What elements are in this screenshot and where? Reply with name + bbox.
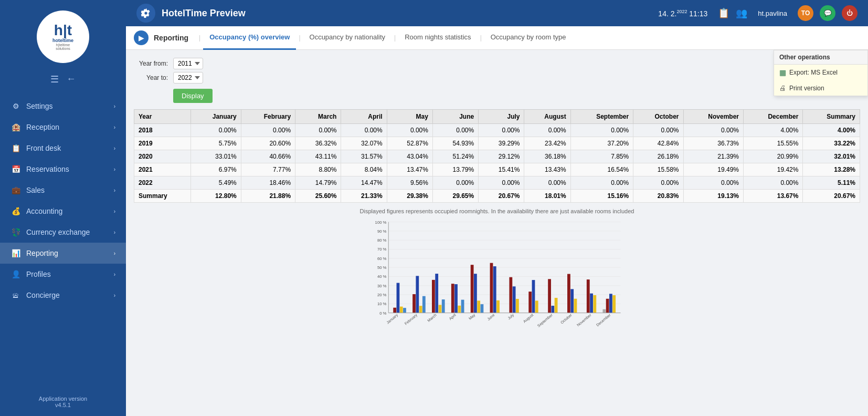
svg-text:April: April: [448, 313, 457, 321]
cell-oct: 0.00%: [633, 124, 683, 137]
cell-mar: 14.79%: [295, 176, 341, 190]
bar-chart: 0 %10 %20 %30 %40 %50 %60 %70 %80 %90 %1…: [366, 217, 628, 348]
bar-2020-November: [590, 294, 593, 313]
tab-occupancy-nationality[interactable]: Occupancy by nationality: [303, 26, 392, 50]
chevron-right-icon: ›: [114, 230, 115, 235]
reporting-icon: 📊: [10, 249, 21, 257]
summary-cell-apr: 21.33%: [341, 190, 387, 203]
export-excel-button[interactable]: ▦ Export: MS Excel: [774, 65, 867, 80]
bar-2019-September: [548, 279, 551, 313]
cell-nov: 19.49%: [683, 163, 743, 176]
table-row: 202033.01%40.66%43.11%31.57%43.04%51.24%…: [134, 150, 860, 163]
bar-2020-February: [416, 276, 419, 313]
sidebar-item-label: Sales: [26, 186, 114, 194]
cell-nov: 0.00%: [683, 124, 743, 137]
sidebar-item-sales[interactable]: 💼 Sales ›: [0, 180, 126, 201]
power-button[interactable]: ⏻: [842, 5, 858, 21]
topbar-icons: 📋 👥 ht.pavlina TO 💬 ⏻: [718, 5, 858, 21]
col-june: June: [432, 110, 478, 124]
topbar-settings-icon[interactable]: [136, 4, 155, 23]
table-row: 20216.97%7.77%8.80%8.04%13.47%13.79%15.4…: [134, 163, 860, 176]
summary-cell-may: 29.38%: [387, 190, 432, 203]
cell-year: 2019: [134, 137, 191, 150]
sidebar-item-reception[interactable]: 🏨 Reception ›: [0, 117, 126, 138]
sidebar-item-reservations[interactable]: 📅 Reservations ›: [0, 159, 126, 180]
tab-occupancy-room-type[interactable]: Occupancy by room type: [484, 26, 573, 50]
bar-2019-June: [490, 263, 493, 313]
cell-sum: 33.22%: [803, 137, 860, 150]
tab-occupancy-overview[interactable]: Occupancy (%) overview: [203, 26, 296, 50]
col-january: January: [191, 110, 241, 124]
bar-2018-December: [602, 309, 606, 313]
currency-icon: 💱: [10, 228, 21, 236]
year-from-select[interactable]: 2011 2012 2013: [173, 58, 203, 69]
cell-dec: 15.55%: [743, 137, 802, 150]
cell-oct: 15.58%: [633, 163, 683, 176]
col-march: March: [295, 110, 341, 124]
tab-room-nights[interactable]: Room nights statistics: [398, 26, 477, 50]
cell-jul: 39.29%: [479, 137, 524, 150]
svg-text:May: May: [468, 313, 477, 321]
svg-text:80 %: 80 %: [377, 238, 387, 243]
summary-cell-dec: 13.67%: [743, 190, 802, 203]
bar-2019-November: [587, 279, 590, 313]
settings-icon: ⚙: [10, 102, 21, 110]
bar-2020-August: [532, 280, 535, 313]
sidebar-item-settings[interactable]: ⚙ Settings ›: [0, 96, 126, 117]
cell-mar: 0.00%: [295, 124, 341, 137]
avatar-green[interactable]: 💬: [820, 5, 835, 21]
chevron-right-icon: ›: [114, 293, 115, 298]
bar-2022-January: [403, 308, 406, 313]
cell-sum: 5.11%: [803, 176, 860, 190]
cell-jan: 5.75%: [191, 137, 241, 150]
version-label: Application version: [8, 396, 118, 402]
cell-dec: 4.00%: [743, 124, 802, 137]
tab-divider-2: |: [299, 34, 300, 41]
cell-dec: 19.42%: [743, 163, 802, 176]
print-version-label: Print version: [789, 85, 824, 92]
year-to-label: Year to:: [134, 74, 168, 81]
profiles-icon: 👤: [10, 270, 21, 278]
cell-jun: 0.00%: [432, 124, 478, 137]
sidebar-item-reporting[interactable]: 📊 Reporting ›: [0, 243, 126, 264]
cell-jan: 0.00%: [191, 124, 241, 137]
summary-cell-aug: 18.01%: [524, 190, 570, 203]
logo-brand: hoteltime: [52, 38, 73, 44]
col-april: April: [341, 110, 387, 124]
bar-2020-June: [493, 266, 496, 313]
sidebar-item-front-desk[interactable]: 📋 Front desk ›: [0, 138, 126, 159]
reservations-icon: 📅: [10, 165, 21, 173]
tab-back-arrow[interactable]: ▶: [134, 30, 149, 45]
users-icon[interactable]: 👥: [736, 7, 747, 19]
cell-jul: 15.41%: [479, 163, 524, 176]
cell-jun: 13.79%: [432, 163, 478, 176]
clipboard-icon[interactable]: 📋: [718, 7, 729, 19]
tab-divider: |: [199, 34, 200, 41]
cell-may: 52.87%: [387, 137, 432, 150]
menu-icon[interactable]: ☰: [50, 74, 59, 85]
sales-icon: 💼: [10, 186, 21, 194]
print-version-button[interactable]: 🖨 Print version: [774, 80, 867, 96]
cell-apr: 14.47%: [341, 176, 387, 190]
cell-aug: 0.00%: [524, 124, 570, 137]
main-area: HotelTime Preview 14. 2.2022 11:13 📋 👥 h…: [126, 0, 868, 416]
display-button[interactable]: Display: [173, 89, 213, 103]
table-row: 20225.49%18.46%14.79%14.47%9.56%0.00%0.0…: [134, 176, 860, 190]
summary-cell-sep: 15.16%: [570, 190, 633, 203]
content-area: Other operations ▦ Export: MS Excel 🖨 Pr…: [126, 50, 868, 416]
sidebar-item-profiles[interactable]: 👤 Profiles ›: [0, 264, 126, 285]
sidebar-nav: ⚙ Settings › 🏨 Reception › 📋 Front desk …: [0, 90, 126, 388]
year-to-select[interactable]: 2022 2021 2020: [173, 72, 203, 84]
sidebar-item-label: Settings: [26, 102, 114, 110]
sidebar-item-accounting[interactable]: 💰 Accounting ›: [0, 201, 126, 222]
sidebar-item-concierge[interactable]: 🛎 Concierge ›: [0, 285, 126, 306]
summary-cell-feb: 21.88%: [241, 190, 295, 203]
sidebar-item-currency-exchange[interactable]: 💱 Currency exchange ›: [0, 222, 126, 243]
col-december: December: [743, 110, 802, 124]
cell-sep: 0.00%: [570, 124, 633, 137]
summary-cell-jul: 20.67%: [479, 190, 524, 203]
back-icon[interactable]: ←: [67, 74, 76, 85]
avatar-orange[interactable]: TO: [798, 5, 813, 21]
cell-sum: 13.28%: [803, 163, 860, 176]
bar-2020-October: [570, 289, 574, 313]
